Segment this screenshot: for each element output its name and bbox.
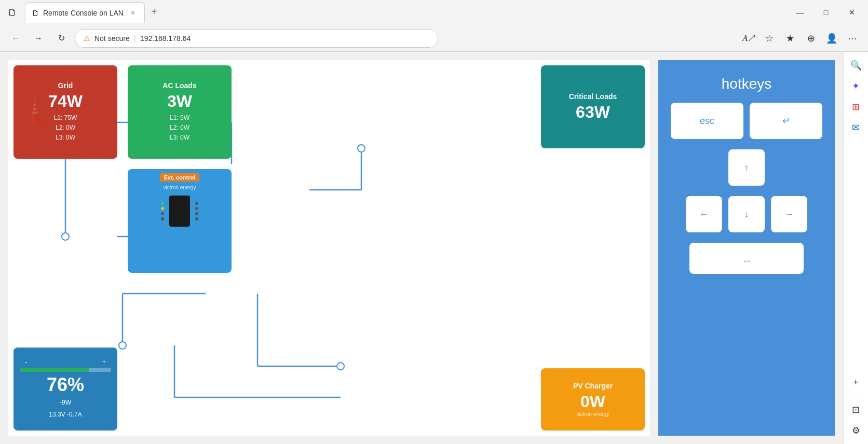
read-aloud-icon[interactable]: 𝐴↗ <box>739 29 758 48</box>
title-bar: 🗋 🗋 Remote Console on LAN × + — □ ✕ <box>0 0 868 25</box>
hotkeys-row-1: esc ↵ <box>671 103 822 139</box>
close-button[interactable]: ✕ <box>840 4 864 21</box>
copilot-icon[interactable]: ✦ <box>847 77 865 95</box>
grid-title: Grid <box>58 81 73 90</box>
esc-button[interactable]: esc <box>671 103 743 139</box>
battery-box: - + 76% -9W 13.3V -0.7A <box>13 348 117 431</box>
svg-point-4 <box>62 233 69 240</box>
pv-charger-value: 0W <box>580 392 605 411</box>
battery-power: -9W <box>60 398 71 408</box>
inverter-box: Ext. control victron energy <box>128 169 232 273</box>
svg-point-13 <box>119 342 126 349</box>
space-button[interactable]: ⎵ <box>689 243 804 274</box>
pv-charger-title: PV Charger <box>573 382 613 390</box>
energy-panel: 🗼 Grid 74W L1: 75W L2: 0W L3: 0W AC Load… <box>8 60 650 436</box>
battery-fill <box>20 368 89 372</box>
down-button[interactable]: ↓ <box>728 196 765 232</box>
ac-loads-value: 3W <box>167 92 192 111</box>
favorites-icon[interactable]: ☆ <box>760 29 779 48</box>
battery-terminals: - + <box>20 358 111 366</box>
battery-plus: + <box>102 358 106 366</box>
pv-charger-box: PV Charger 0W victron energy <box>541 368 645 431</box>
dot-dark5 <box>195 212 198 215</box>
dot-dark2 <box>161 217 164 220</box>
critical-loads-title: Critical Loads <box>569 92 617 101</box>
pv-charger-brand: victron energy <box>577 411 609 417</box>
svg-point-16 <box>337 363 344 370</box>
search-sidebar-icon[interactable]: 🔍 <box>847 56 865 75</box>
dock-icon[interactable]: ⊡ <box>847 400 865 419</box>
dot-dark4 <box>195 207 198 210</box>
svg-point-10 <box>358 145 365 152</box>
settings-icon[interactable]: ⚙ <box>847 421 865 440</box>
up-button[interactable]: ↑ <box>728 149 765 186</box>
right-button[interactable]: → <box>771 196 807 232</box>
grid-details: L1: 75W L2: 0W L3: 0W <box>54 113 77 143</box>
forward-button[interactable]: → <box>29 29 48 48</box>
profile-icon[interactable]: 👤 <box>822 29 841 48</box>
hotkeys-row-2: ↑ <box>728 149 765 186</box>
address-input[interactable]: ⚠ Not secure | 192.168.178.64 <box>75 29 438 48</box>
battery-voltage-current: 13.3V -0.7A <box>49 410 82 420</box>
battery-percent: 76% <box>47 374 84 396</box>
ac-loads-details: L1: 5W L2: 0W L3: 0W <box>170 113 189 143</box>
hotkeys-row-3: ← ↓ → <box>686 196 807 232</box>
refresh-button[interactable]: ↻ <box>52 29 71 48</box>
inverter-brand: victron energy <box>164 185 196 190</box>
enter-button[interactable]: ↵ <box>750 103 822 139</box>
browser-icon: 🗋 <box>4 4 21 21</box>
window-controls: — □ ✕ <box>788 4 864 21</box>
hotkeys-panel: hotkeys esc ↵ ↑ ← ↓ → ⎵ <box>658 60 835 436</box>
tab-close-button[interactable]: × <box>128 8 138 18</box>
maximize-button[interactable]: □ <box>814 4 838 21</box>
back-button[interactable]: ← <box>6 29 25 48</box>
toolbar-icons: 𝐴↗ ☆ ★ ⊕ 👤 ⋯ <box>739 29 862 48</box>
sidebar-divider <box>849 396 863 396</box>
address-separator: | <box>134 34 136 43</box>
more-options-icon[interactable]: ⋯ <box>843 29 862 48</box>
address-bar: ← → ↻ ⚠ Not secure | 192.168.178.64 𝐴↗ ☆… <box>0 25 868 52</box>
content-panel: 🗼 Grid 74W L1: 75W L2: 0W L3: 0W AC Load… <box>0 52 843 444</box>
battery-bar <box>20 368 111 372</box>
dot-dark6 <box>195 217 198 220</box>
right-sidebar: 🔍 ✦ ⊞ ✉ + ⊡ ⚙ <box>843 52 868 444</box>
outlook-icon[interactable]: ✉ <box>847 118 865 137</box>
dot-dark3 <box>195 202 198 205</box>
grid-box: 🗼 Grid 74W L1: 75W L2: 0W L3: 0W <box>13 65 117 159</box>
not-secure-label: Not secure <box>94 34 130 43</box>
dot-dark1 <box>161 212 164 215</box>
active-tab[interactable]: 🗋 Remote Console on LAN × <box>25 2 145 23</box>
add-sidebar-icon[interactable]: + <box>847 373 865 392</box>
url-display: 192.168.178.64 <box>140 34 191 43</box>
hotkeys-title: hotkeys <box>722 76 772 92</box>
dot-yellow <box>161 207 164 210</box>
collections-icon[interactable]: ★ <box>781 29 799 48</box>
inverter-label: Ext. control <box>160 173 200 182</box>
security-warning-icon: ⚠ <box>84 34 90 43</box>
tab-bar: 🗋 Remote Console on LAN × + <box>25 2 784 23</box>
critical-loads-box: Critical Loads 63W <box>541 65 645 148</box>
grid-value: 74W <box>48 92 83 111</box>
main-content: 🗼 Grid 74W L1: 75W L2: 0W L3: 0W AC Load… <box>0 52 868 444</box>
new-tab-button[interactable]: + <box>145 2 164 21</box>
minimize-button[interactable]: — <box>788 4 812 21</box>
inverter-device <box>169 196 190 227</box>
ac-loads-title: AC Loads <box>162 81 196 90</box>
hotkeys-row-4: ⎵ <box>689 243 804 274</box>
left-button[interactable]: ← <box>686 196 722 232</box>
ac-loads-box: AC Loads 3W L1: 5W L2: 0W L3: 0W <box>128 65 232 159</box>
battery-minus: - <box>25 358 27 366</box>
critical-loads-value: 63W <box>576 103 610 122</box>
dot-green <box>161 202 164 205</box>
tab-title: Remote Console on LAN <box>43 9 124 17</box>
office-icon[interactable]: ⊞ <box>847 98 865 116</box>
workspaces-icon[interactable]: ⊕ <box>802 29 820 48</box>
